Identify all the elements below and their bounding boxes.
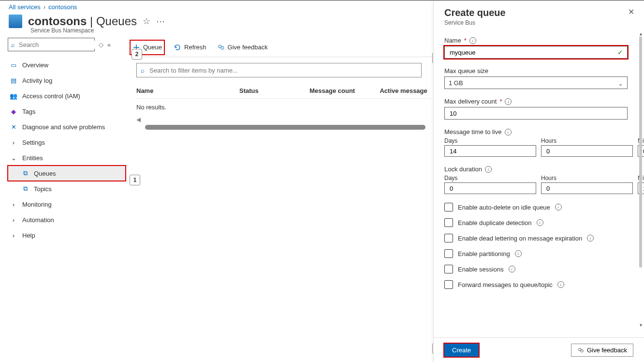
lock-days-field[interactable] (444, 182, 536, 194)
info-icon[interactable]: i (505, 98, 512, 105)
scroll-left-icon[interactable]: ◀ (136, 116, 141, 123)
check-duplicate[interactable]: Enable duplicate detection i (444, 218, 633, 227)
lock-hours-field[interactable] (541, 182, 633, 194)
info-icon[interactable]: i (587, 235, 594, 241)
info-icon[interactable]: i (537, 219, 543, 226)
checkbox[interactable] (444, 249, 453, 258)
search-icon: ⌕ (141, 67, 145, 74)
sidebar-item-label: Activity log (22, 77, 52, 84)
check-label: Enable duplicate detection (458, 219, 532, 226)
create-queue-panel: Create queue Service Bus ✕ Name* i ✓ Max… (433, 0, 644, 362)
info-icon[interactable]: i (555, 204, 562, 211)
check-forward[interactable]: Forward messages to queue/topic i (444, 280, 633, 289)
sidebar-search-input[interactable] (18, 41, 101, 49)
create-button[interactable]: Create (444, 344, 479, 357)
sidebar-item-activity-log[interactable]: ▤ Activity log (8, 73, 126, 88)
panel-feedback-button[interactable]: Give feedback (571, 344, 633, 357)
horizontal-scrollbar[interactable] (145, 125, 425, 130)
name-label: Name* i (444, 37, 628, 44)
check-sessions[interactable]: Enable sessions i (444, 265, 633, 273)
check-icon: ✓ (617, 48, 623, 56)
chevron-right-icon: › (10, 200, 17, 208)
info-icon[interactable]: i (515, 250, 522, 257)
checkbox[interactable] (444, 234, 453, 242)
panel-title: Create queue (444, 7, 506, 18)
sidebar-item-queues[interactable]: ⧉ Queues (8, 166, 126, 181)
sidebar-item-label: Settings (22, 139, 45, 146)
checkbox[interactable] (444, 265, 453, 273)
ttl-days-input[interactable] (449, 147, 532, 155)
lock-hours-input[interactable] (545, 184, 629, 193)
sidebar-item-entities[interactable]: ⌄ Entities (8, 150, 126, 166)
filter-input-wrap[interactable]: ⌕ (136, 63, 422, 77)
name-field[interactable]: ✓ (444, 46, 628, 59)
max-delivery-label: Max delivery count* i (444, 98, 628, 105)
people-icon: 👥 (10, 92, 17, 100)
ttl-label: Message time to live i (444, 128, 628, 136)
breadcrumb-root[interactable]: All services (9, 3, 41, 11)
more-icon[interactable]: ⋯ (156, 16, 165, 27)
refresh-button[interactable]: Refresh (173, 41, 207, 54)
checkbox[interactable] (444, 203, 453, 211)
pin-icon[interactable]: ◇ (99, 41, 103, 48)
sidebar-item-settings[interactable]: › Settings (8, 135, 126, 150)
filter-input[interactable] (148, 66, 417, 75)
favorite-star-icon[interactable]: ☆ (143, 16, 150, 27)
overview-icon: ▭ (10, 61, 17, 69)
checkbox[interactable] (444, 280, 453, 289)
col-message-count[interactable]: Message count (309, 83, 380, 98)
chevron-right-icon: › (10, 216, 17, 224)
name-input[interactable] (449, 48, 617, 57)
max-delivery-input[interactable] (449, 109, 623, 118)
sidebar-item-monitoring[interactable]: › Monitoring (8, 196, 126, 212)
sidebar-item-topics[interactable]: ⧉ Topics (8, 181, 126, 196)
lock-label: Lock duration i (444, 166, 628, 173)
title-section: Queues (96, 15, 137, 28)
sidebar: ⌕ ◇ « ▭ Overview ▤ Activity log 👥 Access… (0, 38, 126, 243)
sidebar-item-automation[interactable]: › Automation (8, 212, 126, 227)
sidebar-item-diagnose[interactable]: ✕ Diagnose and solve problems (8, 119, 126, 135)
checkbox[interactable] (444, 218, 453, 227)
page-title: contosons | Queues (28, 15, 137, 28)
check-deadletter[interactable]: Enable dead lettering on message expirat… (444, 234, 633, 242)
check-partitioning[interactable]: Enable partitioning i (444, 249, 633, 258)
collapse-icon[interactable]: « (107, 41, 111, 48)
sidebar-search[interactable]: ⌕ (8, 38, 95, 51)
lock-days-input[interactable] (449, 184, 532, 193)
close-icon[interactable]: ✕ (628, 7, 634, 16)
ttl-days-field[interactable] (444, 145, 536, 157)
max-delivery-field[interactable] (444, 107, 628, 120)
ttl-hours-input[interactable] (545, 147, 629, 155)
col-status[interactable]: Status (239, 83, 309, 98)
check-label: Enable auto-delete on idle queue (458, 204, 550, 211)
sidebar-item-label: Topics (34, 185, 52, 193)
check-autodelete[interactable]: Enable auto-delete on idle queue i (444, 203, 633, 211)
col-name[interactable]: Name (136, 83, 239, 98)
sidebar-item-label: Queues (34, 170, 56, 177)
sidebar-item-access-control[interactable]: 👥 Access control (IAM) (8, 88, 126, 104)
scroll-up-icon[interactable]: ▴ (638, 31, 643, 36)
info-icon[interactable]: i (557, 281, 564, 288)
info-icon[interactable]: i (469, 37, 476, 44)
info-icon[interactable]: i (485, 166, 492, 173)
max-size-select[interactable]: 1 GB ⌄ (444, 76, 628, 89)
callout-2: 2 (132, 49, 142, 60)
sidebar-item-tags[interactable]: ◆ Tags (8, 104, 126, 119)
title-namespace: contosons (28, 15, 87, 28)
sidebar-item-overview[interactable]: ▭ Overview (8, 57, 126, 73)
scroll-thumb[interactable] (639, 36, 642, 268)
info-icon[interactable]: i (509, 266, 515, 272)
info-icon[interactable]: i (505, 129, 512, 136)
sidebar-item-help[interactable]: › Help (8, 227, 126, 243)
toolbar-label: Queue (143, 44, 162, 51)
ttl-hours-field[interactable] (541, 145, 633, 157)
feedback-button[interactable]: Give feedback (216, 41, 269, 54)
check-label: Enable sessions (458, 266, 504, 273)
col-active-message[interactable]: Active message (380, 83, 431, 98)
scroll-down-icon[interactable]: ▾ (638, 322, 643, 328)
max-size-label: Max queue size (444, 67, 628, 75)
panel-scrollbar[interactable]: ▴ ▾ (638, 31, 643, 328)
check-label: Enable dead lettering on message expirat… (458, 235, 582, 242)
breadcrumb-current[interactable]: contosons (48, 3, 77, 11)
feedback-icon (217, 44, 225, 51)
